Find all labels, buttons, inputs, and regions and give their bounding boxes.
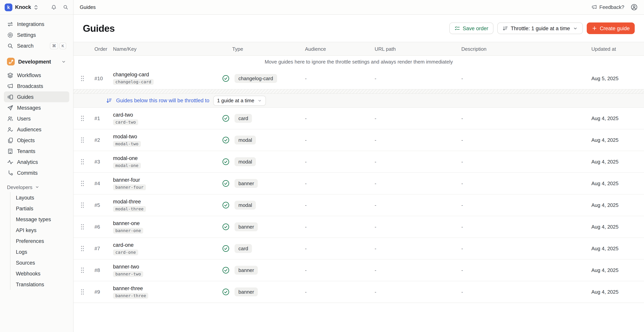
guide-row[interactable]: #10 changelog-card changelog-card change…	[74, 67, 644, 89]
guide-type-badge: modal	[234, 136, 256, 145]
save-order-button[interactable]: Save order	[449, 23, 493, 34]
drag-handle[interactable]	[80, 202, 92, 208]
sidebar-item-guides[interactable]: Guides	[4, 91, 69, 102]
drag-handle[interactable]	[80, 245, 92, 252]
create-guide-label: Create guide	[600, 25, 630, 31]
guide-name: card-one	[113, 242, 220, 248]
guide-description: -	[461, 246, 589, 251]
drag-handle[interactable]	[80, 137, 92, 143]
sidebar-item-settings[interactable]: Settings	[4, 30, 69, 40]
guide-type-cell: changelog-card	[220, 74, 305, 83]
guide-row[interactable]: #2 modal-two modal-two modal - - - Aug 4…	[74, 129, 644, 151]
guide-name: changelog-card	[113, 72, 220, 78]
unthrottled-drop-hint: Move guides here to ignore the throttle …	[74, 56, 644, 67]
feedback-button[interactable]: Feedback?	[591, 4, 624, 10]
sidebar-item-analytics[interactable]: Analytics	[4, 157, 69, 167]
workspace-switcher-icon[interactable]	[34, 5, 38, 10]
sidebar-item-api-keys[interactable]: API keys	[10, 225, 69, 235]
drag-handle[interactable]	[80, 115, 92, 122]
guide-name-key: banner-four banner-four	[113, 177, 220, 190]
guide-description: -	[461, 181, 589, 186]
sidebar-item-translations[interactable]: Translations	[10, 279, 69, 290]
guide-row[interactable]: #1 card-two card-two card - - - Aug 4, 2…	[74, 108, 644, 129]
guide-row[interactable]: #4 banner-four banner-four banner - - - …	[74, 173, 644, 194]
main-content: Guides Feedback? Guides Save order Throt…	[74, 0, 644, 332]
guide-type-cell: banner	[220, 179, 305, 188]
sidebar-item-webhooks[interactable]: Webhooks	[10, 268, 69, 279]
sidebar-item-tenants[interactable]: Tenants	[4, 146, 69, 157]
sidebar-item-preferences[interactable]: Preferences	[10, 235, 69, 246]
create-guide-button[interactable]: Create guide	[586, 23, 635, 34]
guide-description: -	[461, 75, 589, 81]
developers-section-toggle[interactable]: Developers	[4, 182, 69, 192]
guide-row[interactable]: #9 banner-three banner-three banner - - …	[74, 281, 644, 303]
search-icon[interactable]	[63, 4, 68, 10]
sidebar-item-messages[interactable]: Messages	[4, 102, 69, 113]
table-header: Order Name/Key Type Audience URL path De…	[74, 42, 644, 56]
drag-handle[interactable]	[80, 267, 92, 273]
sidebar-item-label: Analytics	[17, 159, 38, 165]
guide-key-chip: modal-one	[113, 163, 141, 168]
guide-name-key: modal-one modal-one	[113, 155, 220, 168]
guide-audience: -	[305, 267, 375, 273]
status-active-check-icon	[222, 244, 230, 253]
guide-updated-at: Aug 5, 2025	[589, 75, 635, 81]
guide-name: banner-one	[113, 220, 220, 226]
sidebar-item-search[interactable]: Search ⌘ K	[4, 40, 69, 51]
sidebar-item-users[interactable]: Users	[4, 113, 69, 124]
throttle-count-select[interactable]: 1 guide at a time	[213, 96, 266, 106]
topbar: Guides Feedback?	[74, 0, 644, 15]
sidebar-item-broadcasts[interactable]: Broadcasts	[4, 81, 69, 91]
sidebar: k Knock Integrations	[0, 0, 74, 332]
drag-handle[interactable]	[80, 180, 92, 187]
environment-switcher[interactable]: Development	[4, 56, 69, 67]
throttle-divider-row: Guides below this row will be throttled …	[74, 94, 644, 108]
guide-url-path: -	[375, 181, 461, 186]
guide-url-path: -	[375, 224, 461, 230]
workspace-name: Knock	[15, 4, 31, 10]
sidebar-item-commits[interactable]: Commits	[4, 167, 69, 178]
environment-label: Development	[18, 59, 51, 65]
drag-handle[interactable]	[80, 158, 92, 165]
notifications-bell-icon[interactable]	[51, 4, 57, 10]
guide-description: -	[461, 115, 589, 121]
guide-updated-at: Aug 4, 2025	[589, 246, 635, 251]
sidebar-item-objects[interactable]: Objects	[4, 135, 69, 146]
guide-row[interactable]: #7 card-one card-one card - - - Aug 4, 2…	[74, 238, 644, 259]
guide-key-chip: banner-two	[113, 271, 143, 277]
guide-key-chip: card-one	[113, 249, 138, 255]
guide-row[interactable]: #3 modal-one modal-one modal - - - Aug 4…	[74, 151, 644, 173]
sidebar-item-logs[interactable]: Logs	[10, 246, 69, 257]
guide-row[interactable]: #8 banner-two banner-two banner - - - Au…	[74, 259, 644, 281]
guide-audience: -	[305, 75, 375, 81]
sidebar-item-message-types[interactable]: Message types	[10, 214, 69, 225]
guide-name-key: card-two card-two	[113, 112, 220, 125]
guide-audience: -	[305, 246, 375, 251]
sidebar-item-label: Message types	[16, 216, 51, 222]
guide-key-chip: changelog-card	[113, 79, 154, 85]
megaphone-icon	[591, 4, 597, 10]
guide-row[interactable]: #5 modal-three modal-three modal - - - A…	[74, 194, 644, 216]
drag-handle[interactable]	[80, 289, 92, 295]
sidebar-item-integrations[interactable]: Integrations	[4, 19, 69, 30]
account-avatar-icon[interactable]	[630, 4, 638, 11]
sidebar-item-audiences[interactable]: Audiences	[4, 124, 69, 135]
sidebar-item-label: Guides	[17, 94, 34, 100]
sidebar-item-sources[interactable]: Sources	[10, 257, 69, 268]
column-header-updated-at: Updated at	[589, 46, 635, 52]
status-active-check-icon	[222, 74, 230, 82]
drag-handle[interactable]	[80, 75, 92, 82]
drag-handle[interactable]	[80, 223, 92, 230]
sidebar-item-label: Workflows	[17, 72, 41, 78]
guide-row[interactable]: #6 banner-one banner-one banner - - - Au…	[74, 216, 644, 238]
guide-type-badge: modal	[234, 157, 256, 166]
sidebar-item-layouts[interactable]: Layouts	[10, 192, 69, 203]
guide-updated-at: Aug 4, 2025	[589, 115, 635, 121]
sidebar-item-partials[interactable]: Partials	[10, 203, 69, 214]
guide-url-path: -	[375, 137, 461, 143]
sidebar-item-workflows[interactable]: Workflows	[4, 70, 69, 81]
guide-order: #2	[92, 137, 113, 143]
guide-description: -	[461, 202, 589, 208]
throttle-dropdown-button[interactable]: Throttle: 1 guide at a time	[497, 23, 583, 34]
sidebar-item-label: Preferences	[16, 238, 44, 244]
